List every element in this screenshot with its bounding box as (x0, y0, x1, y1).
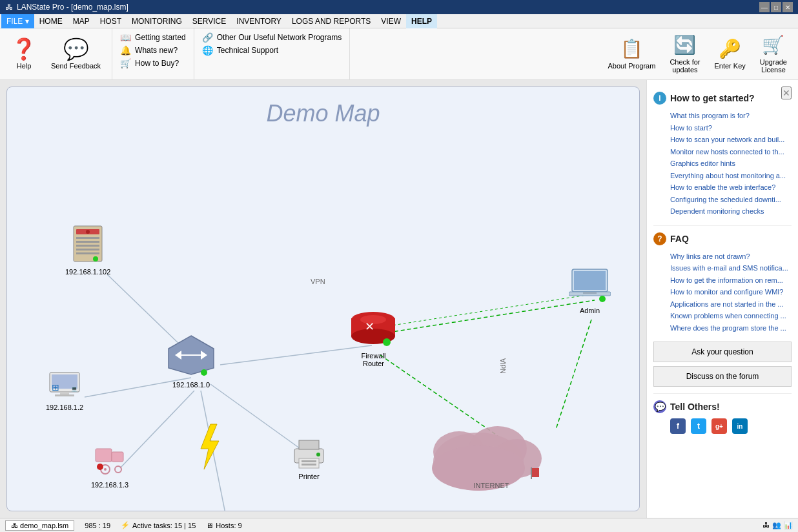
svg-text:✕: ✕ (365, 320, 374, 333)
switch-label: 192.168.1.0 (172, 381, 210, 389)
discuss-forum-button[interactable]: Discuss on the forum (653, 366, 792, 387)
link-how-start[interactable]: How to start? (653, 122, 792, 134)
svg-rect-15 (76, 245, 99, 247)
faq-link-apps[interactable]: Applications are not started in the ... (653, 298, 792, 311)
node-admin[interactable]: Admin (569, 268, 611, 314)
panel-close-button[interactable]: ✕ (781, 87, 792, 99)
faq-link-sms[interactable]: Issues with e-mail and SMS notifica... (653, 262, 792, 274)
menu-monitoring[interactable]: MONITORING (127, 14, 187, 28)
link-monitor-new-hosts[interactable]: Monitor new hosts connected to th... (653, 146, 792, 158)
link-dependent-monitoring[interactable]: Dependent monitoring checks (653, 205, 792, 218)
maximize-button[interactable]: □ (771, 2, 781, 12)
pc1-label: 192.168.1.2 (46, 404, 83, 411)
upgrade-license-button[interactable]: 🛒 Upgrade License (754, 31, 793, 77)
globe-icon: 🌐 (202, 45, 213, 56)
node-smartphone[interactable]: ⊞ My smartphone (198, 510, 247, 511)
coordinates-text: 985 : 19 (85, 522, 110, 529)
map-canvas[interactable]: Demo Map (6, 87, 640, 511)
googleplus-button[interactable]: g+ (711, 418, 727, 434)
svg-point-23 (201, 369, 207, 376)
linkedin-button[interactable]: in (732, 418, 748, 434)
ask-question-button[interactable]: Ask your question (653, 342, 792, 362)
menu-logs[interactable]: LOGS AND REPORTS (287, 14, 376, 28)
tab-icon: 🖧 (11, 522, 20, 529)
updates-icon: 🔄 (673, 34, 696, 56)
node-firewall[interactable]: ✕ Firewall Router (349, 307, 398, 367)
switch-icon (165, 332, 217, 378)
svg-rect-42 (302, 464, 316, 466)
minimize-button[interactable]: — (759, 2, 770, 12)
enter-key-button[interactable]: 🔑 Enter Key (708, 35, 751, 73)
menubar: FILE ▾ HOME MAP HOST MONITORING SERVICE … (0, 14, 798, 28)
svg-rect-16 (76, 249, 99, 251)
tell-others-section: 💬 Tell Others! f t g+ in (653, 400, 792, 434)
node-lightning[interactable] (194, 423, 223, 471)
about-program-button[interactable]: 📋 About Program (602, 35, 661, 73)
twitter-button[interactable]: t (691, 418, 706, 434)
faq-link-known[interactable]: Known problems when connecting ... (653, 310, 792, 322)
status-icon3: 📊 (784, 521, 793, 529)
menu-host[interactable]: HOST (95, 14, 127, 28)
menu-home[interactable]: HOME (34, 14, 68, 28)
node-pc1[interactable]: ⊞ 💻 192.168.1.2 (46, 371, 83, 411)
svg-rect-31 (112, 452, 123, 462)
menu-view[interactable]: VIEW (376, 14, 406, 28)
node-switch[interactable]: 192.168.1.0 (165, 332, 217, 389)
svg-point-35 (97, 464, 103, 470)
faq-link-store[interactable]: Where does the program store the ... (653, 322, 792, 334)
toolbar: ❓ Help 💬 Send Feedback 📖 Getting started… (0, 28, 798, 80)
other-programs-label: Other Our Useful Network Programs (217, 33, 342, 42)
node-server[interactable]: 192.168.1.102 (65, 223, 110, 276)
close-button[interactable]: ✕ (783, 2, 793, 12)
faq-link-remote[interactable]: How to get the information on rem... (653, 274, 792, 287)
link-graphics-editor[interactable]: Graphics editor hints (653, 158, 792, 170)
key-icon: 🔑 (719, 38, 741, 59)
device-icon (92, 442, 128, 478)
node-device[interactable]: 192.168.1.3 (91, 442, 128, 489)
map-title: Demo Map (7, 87, 639, 127)
link-icon: 🔗 (202, 32, 213, 43)
menu-inventory[interactable]: INVENTORY (231, 14, 287, 28)
vpn-label: VPN (311, 278, 325, 285)
help-button[interactable]: ❓ Help (5, 36, 43, 73)
statusbar-tab[interactable]: 🖧 demo_map.lsm (5, 520, 74, 531)
svg-rect-13 (76, 237, 99, 239)
faq-icon: ? (653, 232, 666, 245)
technical-support-link[interactable]: 🌐 Technical Support (200, 44, 281, 57)
menu-map[interactable]: MAP (68, 14, 95, 28)
feedback-button[interactable]: 💬 Send Feedback (45, 36, 107, 73)
upgrade-icon: 🛒 (762, 34, 784, 56)
faq-link-links[interactable]: Why links are not drawn? (653, 251, 792, 263)
app-title: 🖧 LANState Pro - [demo_map.lsm] (5, 3, 128, 12)
facebook-button[interactable]: f (670, 418, 686, 434)
menu-service[interactable]: SERVICE (187, 14, 231, 28)
svg-rect-27 (55, 394, 74, 396)
link-scheduled-downtime[interactable]: Configuring the scheduled downti... (653, 194, 792, 206)
svg-point-40 (316, 453, 320, 456)
svg-rect-38 (299, 440, 319, 449)
check-updates-button[interactable]: 🔄 Check for updates (664, 31, 706, 77)
divider2 (653, 393, 792, 394)
link-web-interface[interactable]: How to enable the web interface? (653, 181, 792, 194)
firewall-icon: ✕ (349, 307, 398, 349)
faq-link-wmi[interactable]: How to monitor and configure WMI? (653, 286, 792, 298)
svg-line-9 (388, 294, 595, 326)
svg-rect-30 (96, 449, 112, 462)
firewall-label: Firewall Router (362, 352, 386, 367)
node-printer[interactable]: Printer (291, 439, 327, 480)
getting-started-link[interactable]: 📖 Getting started (118, 31, 189, 44)
how-to-buy-link[interactable]: 🛒 How to Buy? (118, 57, 181, 70)
smartphone-icon: ⊞ (203, 510, 241, 511)
other-programs-link[interactable]: 🔗 Other Our Useful Network Programs (200, 31, 344, 44)
whats-new-link[interactable]: 🔔 Whats new? (118, 44, 180, 57)
map-area[interactable]: Demo Map (0, 80, 646, 518)
link-host-monitoring[interactable]: Everything about host monitoring a... (653, 170, 792, 182)
link-what-program[interactable]: What this program is for? (653, 110, 792, 122)
toolbar-spacer (350, 28, 597, 79)
menu-file[interactable]: FILE ▾ (1, 14, 34, 28)
menu-help[interactable]: HELP (406, 14, 437, 28)
how-to-buy-label: How to Buy? (135, 59, 179, 68)
svg-line-6 (388, 300, 595, 332)
link-scan-network[interactable]: How to scan your network and buil... (653, 134, 792, 146)
book-icon: 📖 (120, 32, 131, 43)
